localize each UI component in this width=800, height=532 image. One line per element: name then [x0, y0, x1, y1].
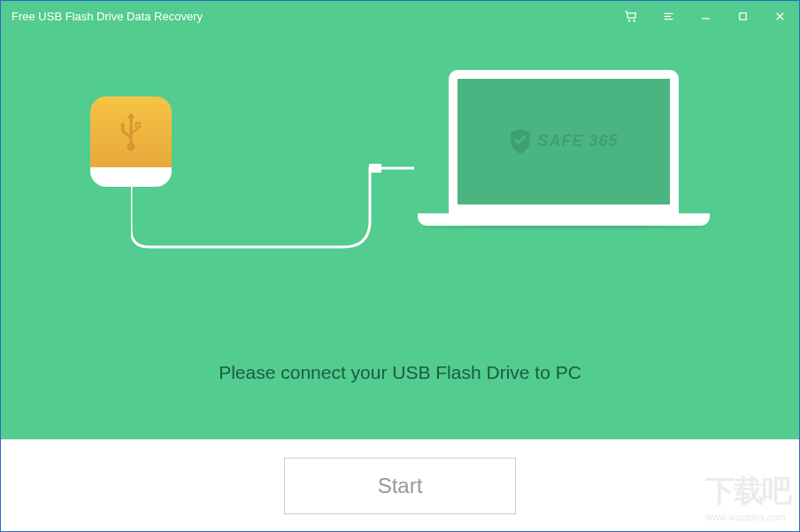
maximize-icon	[736, 10, 750, 23]
cart-icon	[625, 10, 638, 23]
usb-base	[90, 167, 172, 187]
window-title: Free USB Flash Drive Data Recovery	[12, 10, 619, 23]
shield-icon	[509, 128, 532, 155]
cart-button[interactable]	[619, 4, 643, 28]
usb-icon	[114, 110, 148, 154]
instruction-text: Please connect your USB Flash Drive to P…	[219, 362, 581, 383]
cable-plug	[369, 164, 381, 173]
minimize-button[interactable]	[693, 4, 718, 28]
brand-text: SAFE 365	[537, 132, 618, 150]
usb-device-graphic	[90, 96, 172, 187]
usb-body	[90, 96, 172, 167]
laptop-graphic: SAFE 365	[418, 70, 710, 247]
minimize-icon	[699, 10, 712, 23]
maximize-button[interactable]	[730, 4, 755, 28]
laptop-base	[418, 213, 710, 226]
app-window: Free USB Flash Drive Data Recovery	[0, 0, 800, 532]
laptop-frame: SAFE 365	[449, 70, 679, 213]
connect-illustration: SAFE 365	[90, 70, 710, 318]
svg-rect-4	[739, 12, 746, 19]
main-content: SAFE 365 Please connect your USB Flash D…	[1, 31, 799, 439]
laptop-screen: SAFE 365	[458, 79, 670, 204]
cable-graphic	[131, 163, 414, 269]
menu-button[interactable]	[656, 4, 681, 28]
close-button[interactable]	[767, 4, 792, 28]
titlebar-buttons	[619, 4, 792, 28]
bottom-bar: Start	[1, 439, 799, 531]
close-icon	[773, 10, 787, 23]
titlebar: Free USB Flash Drive Data Recovery	[1, 1, 799, 31]
start-button[interactable]: Start	[284, 458, 516, 514]
menu-icon	[662, 10, 675, 23]
